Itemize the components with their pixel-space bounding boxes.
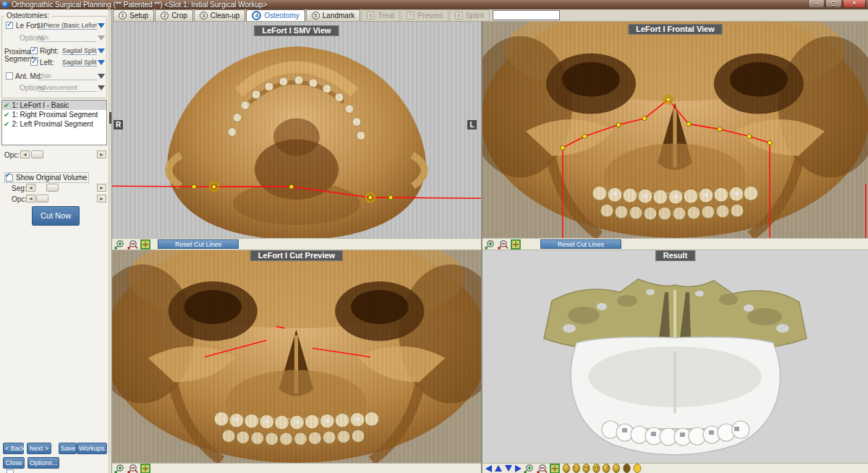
nav-right-icon[interactable]: [515, 465, 522, 472]
show-original-volume-row: Show Original Volume: [4, 172, 89, 183]
tab-splint: 8Splint: [449, 9, 490, 21]
partial-checkbox[interactable]: [7, 469, 14, 473]
opacity2-slider-label: Opc:: [12, 195, 27, 203]
reset-cut-lines-button[interactable]: Reset Cut Lines: [158, 239, 239, 249]
smv-view-render[interactable]: LeFort I SMV View R L: [112, 22, 481, 238]
frontal-cut-line-overlay[interactable]: [482, 22, 868, 238]
zoom-out-icon[interactable]: [497, 239, 509, 250]
view-preset-head-front-icon[interactable]: [582, 464, 590, 473]
frontal-view-title: LeFort I Frontal View: [628, 24, 723, 35]
titlebar: Orthognathic Surgical Planning (** Paten…: [0, 0, 868, 9]
nav-left-icon[interactable]: [485, 465, 492, 472]
preview-toolbar: [112, 463, 481, 473]
tab-present: 7Present: [401, 9, 448, 21]
lefort-dropdown[interactable]: 1-Piece (Basic Lefort I): [38, 22, 97, 30]
seg-slider-thumb[interactable]: [46, 184, 59, 192]
show-original-volume-checkbox[interactable]: [6, 174, 13, 182]
preview-cut-line-overlay[interactable]: [112, 250, 481, 463]
options1-dropdown: N/A: [38, 34, 97, 42]
zoom-in-icon[interactable]: [523, 464, 535, 473]
view-preset-head-back-icon[interactable]: [623, 464, 631, 473]
left-side-badge: L: [467, 120, 477, 129]
workflow-tabbar: 1Setup 2Crop 3Clean-up 4Osteotomy 5Landm…: [111, 9, 868, 22]
osteotomy-sidebar: Osteotomies: Le Fort I: 1-Piece (Basic L…: [0, 9, 109, 473]
nav-down-icon[interactable]: [505, 465, 512, 472]
options2-dropdown: Advancement: [38, 84, 97, 92]
zoom-in-icon[interactable]: [484, 239, 495, 250]
result-view-title: Result: [655, 250, 696, 261]
view-preset-head-top-icon[interactable]: [633, 464, 642, 473]
list-item-left-proximal[interactable]: 2: Left Proximal Segment: [2, 119, 106, 129]
zoom-out-icon[interactable]: [127, 464, 138, 473]
view-preset-head-right-icon[interactable]: [613, 464, 621, 473]
viewport-divider: [481, 22, 482, 473]
left-proximal-dropdown[interactable]: Sagital Split: [62, 59, 97, 67]
minimize-button[interactable]: –: [808, 0, 825, 8]
opacity2-slider-left-arrow[interactable]: ◄: [26, 195, 35, 203]
window-title: Orthognathic Surgical Planning (** Paten…: [12, 0, 267, 9]
left-proximal-dropdown-arrow-icon[interactable]: [98, 60, 105, 65]
options-button[interactable]: Options...: [27, 457, 59, 469]
smv-cut-line-overlay[interactable]: [112, 22, 481, 238]
zoom-out-icon[interactable]: [127, 239, 138, 250]
workups-button[interactable]: Workups...: [77, 443, 107, 454]
fit-view-icon[interactable]: [549, 464, 561, 473]
view-preset-head-left-icon[interactable]: [562, 464, 570, 473]
view-preset-head-right-front-icon[interactable]: [603, 464, 610, 473]
fit-view-icon[interactable]: [140, 239, 151, 250]
opacity2-slider-thumb[interactable]: [36, 195, 48, 203]
tab-osteotomy[interactable]: 4Osteotomy: [246, 9, 305, 21]
zoom-in-icon[interactable]: [114, 239, 125, 250]
result-view-render[interactable]: Result: [482, 250, 868, 463]
right-proximal-dropdown-arrow-icon[interactable]: [98, 48, 105, 54]
opacity-slider-thumb[interactable]: [31, 150, 43, 158]
show-original-volume-label: Show Original Volume: [16, 174, 87, 182]
view-preset-head-left-front-icon[interactable]: [572, 464, 580, 473]
result-render: [482, 250, 868, 463]
close-window-button[interactable]: ✕: [843, 0, 866, 8]
right-proximal-dropdown[interactable]: Sagital Split: [62, 47, 97, 55]
seg-slider-label: Seg:: [12, 184, 27, 192]
opacity-slider-right-arrow[interactable]: ►: [97, 150, 106, 158]
back-button[interactable]: < Back: [3, 443, 24, 454]
opacity-slider-left-arrow[interactable]: ◄: [20, 150, 30, 158]
tab-landmark[interactable]: 5Landmark: [306, 9, 360, 21]
tab-clean-up[interactable]: 3Clean-up: [194, 9, 246, 21]
seg-slider-left-arrow[interactable]: ◄: [26, 184, 35, 192]
right-side-badge: R: [114, 120, 123, 129]
cut-now-button[interactable]: Cut Now: [32, 206, 80, 226]
right-proximal-checkbox[interactable]: [30, 47, 38, 54]
tab-crop[interactable]: 2Crop: [155, 9, 193, 21]
check-icon: [4, 101, 9, 110]
fit-view-icon[interactable]: [510, 239, 522, 250]
list-item-right-proximal[interactable]: 1: Right Proximal Segment: [2, 110, 106, 119]
reset-cut-lines-button[interactable]: Reset Cut Lines: [540, 239, 621, 249]
check-icon: [4, 119, 9, 129]
tab-setup[interactable]: 1Setup: [113, 9, 154, 21]
smv-view-title: LeFort I SMV View: [254, 25, 339, 36]
segment-list: 1: LeFort I - Basic 1: Right Proximal Se…: [1, 100, 107, 145]
opacity2-slider-right-arrow[interactable]: ►: [97, 195, 106, 203]
nav-up-icon[interactable]: [495, 465, 502, 472]
opacity-slider-label: Opc:: [4, 151, 20, 159]
save-button[interactable]: Save: [59, 443, 77, 454]
zoom-in-icon[interactable]: [114, 464, 125, 473]
view-preset-head-front-icon[interactable]: [592, 464, 600, 473]
left-proximal-label: Left:: [40, 59, 54, 67]
seg-slider-right-arrow[interactable]: ►: [97, 184, 106, 192]
lefort-checkbox[interactable]: [6, 22, 13, 29]
lefort-dropdown-arrow-icon[interactable]: [98, 23, 105, 28]
left-proximal-checkbox[interactable]: [30, 59, 38, 66]
cut-preview-render[interactable]: LeFort I Cut Preview: [112, 250, 481, 463]
next-button[interactable]: Next >: [27, 443, 51, 454]
fit-view-icon[interactable]: [140, 464, 151, 473]
options1-dropdown-arrow-icon: [98, 35, 105, 41]
maximize-button[interactable]: ▢: [825, 0, 842, 8]
antmd-dropdown-arrow-icon: [98, 74, 105, 79]
close-button[interactable]: Close: [3, 457, 25, 469]
frontal-view-render[interactable]: LeFort I Frontal View: [482, 22, 868, 238]
list-item-lefort-basic[interactable]: 1: LeFort I - Basic: [2, 101, 106, 110]
antmd-checkbox[interactable]: [6, 72, 13, 80]
zoom-out-icon[interactable]: [536, 464, 548, 473]
tabbar-text-input[interactable]: [493, 10, 560, 20]
